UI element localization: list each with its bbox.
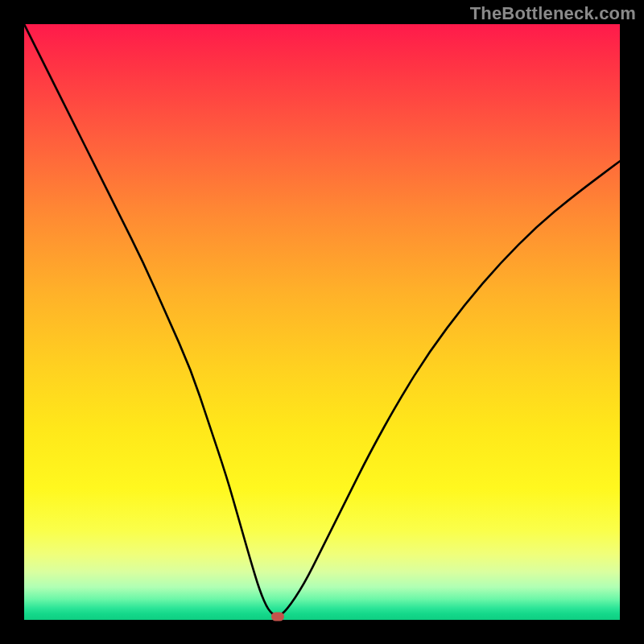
chart-frame: TheBottleneck.com bbox=[0, 0, 644, 644]
watermark-text: TheBottleneck.com bbox=[470, 3, 636, 24]
bottleneck-curve bbox=[24, 24, 620, 615]
plot-area bbox=[24, 24, 620, 620]
minimum-marker bbox=[271, 613, 284, 621]
curve-svg bbox=[24, 24, 620, 620]
